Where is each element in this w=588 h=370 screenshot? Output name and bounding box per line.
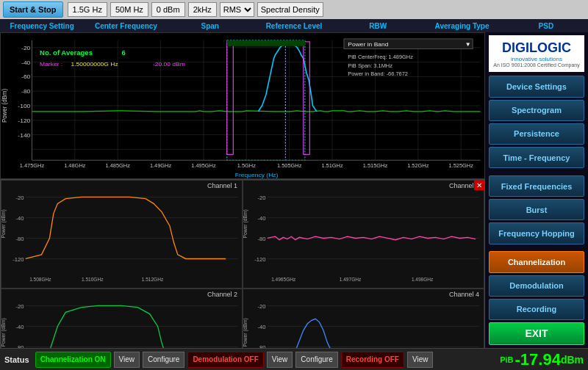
psd-control[interactable]: Spectral Density bbox=[257, 2, 323, 17]
status-bar: Status Channelization ON View Configure … bbox=[0, 348, 588, 370]
svg-text:-20: -20 bbox=[16, 195, 24, 201]
exit-button[interactable]: EXIT bbox=[489, 322, 584, 345]
center-freq-label: Center Frequency bbox=[84, 22, 168, 30]
svg-text:No. of Averages: No. of Averages bbox=[40, 49, 93, 57]
svg-text:-20: -20 bbox=[21, 45, 31, 51]
svg-text:1.512GHz: 1.512GHz bbox=[142, 277, 164, 282]
channel4-title: Channel 4 bbox=[449, 291, 479, 298]
svg-text:1.48GHz: 1.48GHz bbox=[64, 163, 86, 169]
svg-text:-120: -120 bbox=[12, 256, 24, 263]
avg-type-dropdown[interactable]: RMS bbox=[220, 4, 254, 15]
channelization-view-button[interactable]: View bbox=[114, 352, 140, 368]
channel2-chart: Channel 2 -20 -40 -80 -120 1.506GHz 1.50… bbox=[1, 289, 243, 348]
pib-unit: dBm bbox=[561, 354, 584, 366]
svg-text:PiB Span:          3.1MHz: PiB Span: 3.1MHz bbox=[348, 63, 392, 69]
ref-level-control[interactable]: 0 dBm bbox=[151, 2, 185, 17]
spectrum-chart: -20 -40 -60 -80 -100 -120 -140 Power (dB… bbox=[0, 32, 485, 179]
svg-rect-32 bbox=[227, 40, 305, 46]
svg-text:1.4965GHz: 1.4965GHz bbox=[271, 277, 296, 282]
frequency-hopping-button[interactable]: Frequency Hopping bbox=[489, 222, 584, 244]
rbw-control[interactable]: 2kHz bbox=[188, 2, 217, 17]
avg-type-select[interactable]: RMS bbox=[220, 2, 254, 17]
freq1-control[interactable]: 1.5G Hz bbox=[68, 2, 107, 17]
avg-type-label: Averaging Type bbox=[420, 22, 503, 30]
svg-rect-84 bbox=[1, 289, 242, 348]
svg-text:Frequency (Hz): Frequency (Hz) bbox=[235, 172, 279, 178]
svg-rect-97 bbox=[243, 289, 484, 348]
demodulation-status[interactable]: Demodulation OFF bbox=[187, 352, 263, 368]
svg-text:-140: -140 bbox=[18, 132, 30, 139]
pib-label: PiB bbox=[500, 355, 513, 364]
svg-text:Marker :: Marker : bbox=[40, 61, 62, 68]
svg-text:-40: -40 bbox=[21, 59, 31, 66]
ref-level-label: Reference Level bbox=[252, 22, 336, 30]
svg-text:-20: -20 bbox=[258, 195, 266, 201]
svg-text:Power (dBm): Power (dBm) bbox=[1, 318, 7, 347]
time-frequency-button[interactable]: Time - Frequency bbox=[489, 147, 584, 168]
svg-text:1.510GHz: 1.510GHz bbox=[82, 277, 104, 282]
recording-button[interactable]: Recording bbox=[489, 299, 584, 320]
svg-text:1.495GHz: 1.495GHz bbox=[191, 163, 216, 169]
demodulation-view-button[interactable]: View bbox=[267, 352, 293, 368]
sub-charts-close-button[interactable]: ✕ bbox=[474, 180, 484, 190]
svg-text:Power in Band: Power in Band bbox=[348, 41, 389, 48]
persistence-button[interactable]: Persistence bbox=[489, 123, 584, 145]
svg-text:1.49GHz: 1.49GHz bbox=[150, 163, 172, 169]
svg-text:Power (dBm): Power (dBm) bbox=[243, 209, 248, 238]
freq-labels-row: Frequency Setting Center Frequency Span … bbox=[0, 19, 588, 32]
svg-text:1.485GHz: 1.485GHz bbox=[105, 163, 130, 169]
sub-charts-grid: ✕ Channel 1 -20 -40 -80 -120 1.508GHz bbox=[0, 179, 485, 348]
fixed-frequencies-button[interactable]: Fixed Frequencies bbox=[489, 175, 584, 197]
svg-text:-20.00 dBm: -20.00 dBm bbox=[153, 61, 185, 68]
svg-text:1.498GHz: 1.498GHz bbox=[412, 277, 434, 282]
svg-text:1.508GHz: 1.508GHz bbox=[29, 277, 51, 282]
svg-text:-80: -80 bbox=[258, 344, 266, 348]
main-content: -20 -40 -60 -80 -100 -120 -140 Power (dB… bbox=[0, 32, 588, 348]
svg-text:Power in Band:  -66.7672: Power in Band: -66.7672 bbox=[348, 72, 408, 78]
device-settings-button[interactable]: Device Settings bbox=[489, 76, 584, 97]
svg-text:Power (dBm): Power (dBm) bbox=[1, 209, 7, 238]
recording-view-button[interactable]: View bbox=[407, 352, 434, 368]
channel3-chart: Channel 3 -20 -40 -80 -120 1.4965GHz 1.4… bbox=[243, 180, 484, 289]
status-label: Status bbox=[4, 355, 29, 364]
svg-text:1.52GHz: 1.52GHz bbox=[407, 163, 429, 169]
channelization-button[interactable]: Channelization bbox=[489, 251, 584, 272]
span-label: Span bbox=[168, 22, 252, 30]
demodulation-button[interactable]: Demodulation bbox=[489, 275, 584, 297]
spectrogram-button[interactable]: Spectrogram bbox=[489, 100, 584, 121]
svg-text:-40: -40 bbox=[16, 215, 24, 222]
demodulation-configure-button[interactable]: Configure bbox=[295, 352, 337, 368]
svg-text:-80: -80 bbox=[21, 88, 31, 95]
channel1-chart: Channel 1 -20 -40 -80 -120 1.508GHz 1.51… bbox=[1, 180, 243, 289]
freq-setting-label: Frequency Setting bbox=[0, 22, 84, 30]
channel2-title: Channel 2 bbox=[207, 291, 237, 298]
svg-text:-120: -120 bbox=[18, 117, 30, 124]
svg-text:-80: -80 bbox=[16, 344, 24, 348]
svg-text:1.475GHz: 1.475GHz bbox=[20, 163, 45, 169]
start-stop-button[interactable]: Start & Stop bbox=[3, 1, 63, 18]
digilogic-logo: DIGILOGIC innovative solutions An ISO 90… bbox=[489, 35, 584, 72]
psd-label: PSD bbox=[504, 22, 588, 30]
channelization-configure-button[interactable]: Configure bbox=[143, 352, 184, 368]
pib-value: -17.94 bbox=[514, 350, 560, 369]
svg-text:-40: -40 bbox=[16, 323, 24, 330]
burst-button[interactable]: Burst bbox=[489, 199, 584, 220]
svg-text:1.497GHz: 1.497GHz bbox=[340, 277, 362, 282]
freq2-control[interactable]: 50M Hz bbox=[110, 2, 148, 17]
svg-text:1.505GHz: 1.505GHz bbox=[277, 163, 302, 169]
chart-area: -20 -40 -60 -80 -100 -120 -140 Power (dB… bbox=[0, 32, 485, 348]
recording-status[interactable]: Recording OFF bbox=[341, 352, 404, 368]
svg-text:-20: -20 bbox=[16, 302, 24, 309]
svg-text:PiB CenterFreq:  1.489GHz: PiB CenterFreq: 1.489GHz bbox=[348, 54, 413, 60]
svg-text:1.5GHz: 1.5GHz bbox=[237, 163, 257, 169]
svg-text:1.50000000G Hz: 1.50000000G Hz bbox=[71, 61, 118, 68]
svg-text:1.525GHz: 1.525GHz bbox=[448, 163, 473, 169]
svg-text:-60: -60 bbox=[21, 74, 31, 81]
pib-display: PiB -17.94 dBm bbox=[500, 350, 584, 369]
top-toolbar: Start & Stop 1.5G Hz 50M Hz 0 dBm 2kHz R… bbox=[0, 0, 588, 19]
svg-text:1.51GHz: 1.51GHz bbox=[321, 163, 343, 169]
svg-text:-40: -40 bbox=[258, 215, 266, 222]
svg-text:▼: ▼ bbox=[465, 41, 470, 48]
right-sidebar: DIGILOGIC innovative solutions An ISO 90… bbox=[485, 32, 588, 348]
channelization-status[interactable]: Channelization ON bbox=[35, 352, 111, 368]
